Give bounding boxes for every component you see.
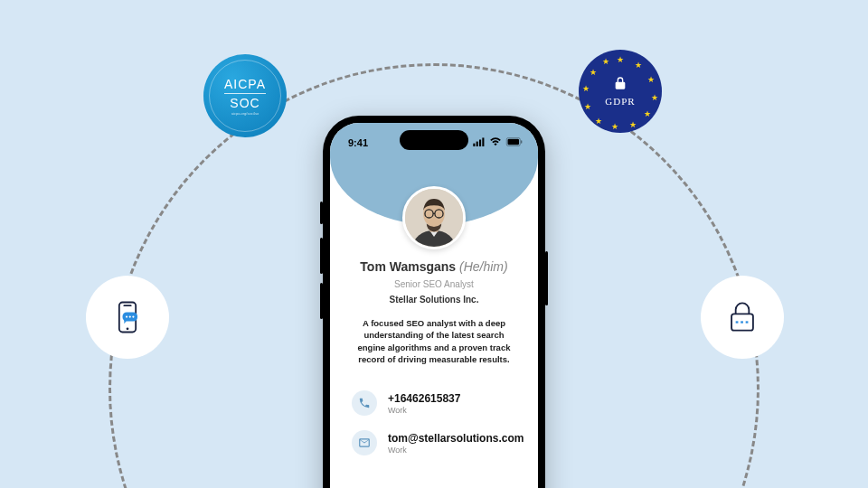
email-icon bbox=[352, 430, 377, 455]
profile-bio: A focused SEO analyst with a deep unders… bbox=[346, 317, 522, 365]
svg-rect-14 bbox=[482, 137, 484, 146]
profile-name: Tom Wamsgans bbox=[360, 259, 456, 274]
svg-point-6 bbox=[132, 315, 134, 317]
svg-rect-13 bbox=[479, 140, 481, 147]
gdpr-label: GDPR bbox=[605, 96, 635, 107]
lock-dashed-icon bbox=[722, 297, 762, 337]
dynamic-island bbox=[400, 130, 468, 150]
contact-phone-row[interactable]: +16462615837 Work bbox=[352, 390, 516, 416]
contact-phone-value: +16462615837 bbox=[388, 392, 460, 405]
svg-point-4 bbox=[126, 315, 127, 317]
profile-pronouns: (He/him) bbox=[459, 259, 508, 274]
phone-screen: 9:41 bbox=[330, 123, 538, 488]
svg-point-5 bbox=[129, 315, 131, 317]
contact-email-label: Work bbox=[388, 446, 524, 455]
svg-point-2 bbox=[127, 327, 129, 330]
aicpa-sub: aicpa.org/soc4so bbox=[231, 111, 259, 116]
svg-rect-17 bbox=[521, 140, 522, 143]
signal-icon bbox=[473, 137, 486, 148]
wifi-icon bbox=[489, 137, 502, 148]
avatar bbox=[402, 186, 466, 249]
profile-company: Stellar Solutions Inc. bbox=[346, 295, 522, 305]
aicpa-soc-badge: AICPA SOC aicpa.org/soc4so bbox=[203, 54, 287, 137]
gdpr-badge: GDPR ★ ★ ★ ★ ★ ★ ★ ★ ★ ★ ★ ★ bbox=[579, 50, 662, 133]
phone-mockup: 9:41 bbox=[323, 116, 545, 488]
phone-icon bbox=[352, 390, 377, 416]
svg-rect-12 bbox=[476, 142, 478, 146]
phone-chat-badge bbox=[86, 276, 169, 359]
svg-rect-16 bbox=[508, 139, 520, 145]
contact-phone-label: Work bbox=[388, 406, 460, 415]
profile-name-row: Tom Wamsgans (He/him) bbox=[346, 259, 522, 274]
contact-email-value: tom@stellarsolutions.com bbox=[388, 432, 524, 445]
contact-email-row[interactable]: tom@stellarsolutions.com Work bbox=[352, 430, 516, 455]
secure-lock-badge bbox=[701, 276, 784, 359]
lock-icon bbox=[613, 76, 627, 94]
status-time: 9:41 bbox=[348, 137, 368, 148]
profile-role: Senior SEO Analyst bbox=[346, 279, 522, 289]
svg-rect-11 bbox=[473, 144, 475, 146]
battery-icon bbox=[505, 137, 524, 148]
phone-chat-icon bbox=[108, 297, 147, 337]
